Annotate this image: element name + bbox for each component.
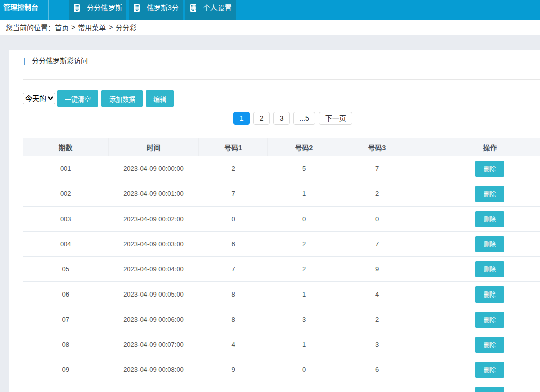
column-header-number3: 号码3: [341, 138, 413, 156]
cell-number1: 0: [199, 207, 268, 232]
cell-number1: 2: [199, 156, 268, 181]
breadcrumb-link-menu[interactable]: 常用菜单: [78, 22, 106, 32]
table-row: 05 2023-04-09 00:04:00 7 2 9 删除: [23, 257, 540, 282]
delete-button[interactable]: 删除: [475, 261, 504, 277]
cell-time: [109, 382, 199, 392]
cell-number3: 4: [341, 282, 413, 307]
table-row: 004 2023-04-09 00:03:00 6 2 7 删除: [23, 232, 540, 257]
cell-period: 002: [23, 181, 109, 207]
cell-number3: 2: [341, 181, 413, 207]
date-filter-wrap: 今天的: [23, 93, 55, 104]
table-row: 001 2023-04-09 00:00:00 2 5 7 删除: [23, 156, 540, 181]
cell-number2: 1: [268, 282, 341, 307]
cell-time: 2023-04-09 00:06:00: [109, 307, 199, 332]
nav-tabs: 分分俄罗斯 俄罗斯3分: [69, 0, 238, 20]
page-button-3[interactable]: 3: [273, 112, 290, 125]
topbar: 管理控制台 分分俄罗斯: [0, 0, 540, 20]
delete-button[interactable]: 删除: [475, 362, 504, 378]
cell-number1: 9: [199, 357, 268, 382]
cell-number2: 2: [268, 232, 341, 257]
cell-period: 08: [23, 332, 109, 357]
breadcrumb-current: 分分彩: [115, 22, 136, 32]
page-button-2[interactable]: 2: [253, 112, 270, 125]
page-title: 分分俄罗斯彩访问: [32, 57, 88, 65]
content-card: 分分俄罗斯彩访问 今天的 一键清空 添加数据 编辑 1 2 3 ...5: [9, 50, 540, 392]
building-icon: [134, 4, 140, 12]
delete-button[interactable]: 删除: [475, 236, 504, 252]
cell-number2: 2: [268, 257, 341, 282]
delete-button[interactable]: 删除: [475, 337, 504, 353]
nav-tab-els3f[interactable]: 俄罗斯3分: [129, 0, 183, 20]
clear-all-button[interactable]: 一键清空: [57, 90, 98, 107]
cell-period: [23, 382, 109, 392]
delete-button[interactable]: 删除: [475, 211, 504, 227]
edit-button[interactable]: 编辑: [146, 90, 174, 107]
delete-button[interactable]: 删除: [475, 312, 504, 328]
delete-button[interactable]: 删除: [475, 387, 504, 392]
cell-number3: 3: [341, 332, 413, 357]
table-row: 09 2023-04-09 00:08:00 9 0 6 删除: [23, 357, 540, 382]
cell-time: 2023-04-09 00:03:00: [109, 232, 199, 257]
cell-time: 2023-04-09 00:02:00: [109, 207, 199, 232]
building-icon: [74, 4, 80, 12]
cell-number2: 1: [268, 332, 341, 357]
cell-number3: [341, 382, 413, 392]
next-page-button[interactable]: 下一页: [319, 112, 352, 125]
cell-time: 2023-04-09 00:01:00: [109, 181, 199, 207]
cell-number3: 6: [341, 357, 413, 382]
breadcrumb-separator: >: [109, 23, 113, 31]
add-data-button[interactable]: 添加数据: [101, 90, 143, 107]
title-accent-bar: [24, 58, 25, 65]
cell-number1: 4: [199, 332, 268, 357]
pagination-strip: 1 2 3 ...5 下一页: [23, 112, 540, 125]
nav-tab-settings[interactable]: 个人设置: [185, 0, 236, 20]
column-header-time: 时间: [109, 138, 199, 156]
cell-number1: [199, 382, 268, 392]
date-filter-select[interactable]: 今天的: [23, 93, 55, 104]
nav-tab-ffels[interactable]: 分分俄罗斯: [69, 0, 126, 20]
table-row: 003 2023-04-09 00:02:00 0 0 0 删除: [23, 207, 540, 232]
cell-period: 05: [23, 257, 109, 282]
table-row: 07 2023-04-09 00:06:00 8 3 2 删除: [23, 307, 540, 332]
cell-time: 2023-04-09 00:07:00: [109, 332, 199, 357]
app-title: 管理控制台: [0, 0, 48, 20]
cell-time: 2023-04-09 00:08:00: [109, 357, 199, 382]
cell-period: 004: [23, 232, 109, 257]
cell-number2: 3: [268, 307, 341, 332]
delete-button[interactable]: 删除: [475, 161, 504, 177]
cell-time: 2023-04-09 00:05:00: [109, 282, 199, 307]
cell-number3: 7: [341, 156, 413, 181]
cell-number3: 9: [341, 257, 413, 282]
table-row: 002 2023-04-09 00:01:00 7 1 2 删除: [23, 181, 540, 207]
breadcrumb-link-home[interactable]: 首页: [55, 22, 69, 32]
cell-time: 2023-04-09 00:00:00: [109, 156, 199, 181]
cell-period: 07: [23, 307, 109, 332]
cell-number3: 0: [341, 207, 413, 232]
table-header: 期数 时间 号码1 号码2 号码3 操作: [23, 138, 540, 156]
cell-number1: 8: [199, 307, 268, 332]
breadcrumb-separator: >: [71, 23, 75, 31]
column-header-number1: 号码1: [199, 138, 268, 156]
cell-number2: 1: [268, 181, 341, 207]
breadcrumb: 您当前的位置：首页>常用菜单>分分彩: [0, 20, 540, 35]
building-icon: [190, 4, 196, 12]
cell-number1: 7: [199, 257, 268, 282]
nav-tab-label: 分分俄罗斯: [87, 4, 122, 11]
page-button-1[interactable]: 1: [233, 112, 250, 125]
cell-number1: 8: [199, 282, 268, 307]
page-button-5[interactable]: ...5: [293, 112, 315, 125]
controls-row: 今天的 一键清空 添加数据 编辑: [23, 90, 540, 107]
cell-number2: 0: [268, 207, 341, 232]
table-row: 06 2023-04-09 00:05:00 8 1 4 删除: [23, 282, 540, 307]
nav-tab-label: 俄罗斯3分: [147, 4, 179, 11]
delete-button[interactable]: 删除: [475, 186, 504, 202]
cell-period: 09: [23, 357, 109, 382]
pagination: 1 2 3 ...5 下一页: [23, 112, 540, 125]
cell-period: 06: [23, 282, 109, 307]
topbar-separator: [48, 0, 49, 20]
cell-number1: 7: [199, 181, 268, 207]
table-row: 删除: [23, 382, 540, 392]
cell-number2: [268, 382, 341, 392]
delete-button[interactable]: 删除: [475, 286, 504, 303]
divider: [23, 79, 540, 80]
